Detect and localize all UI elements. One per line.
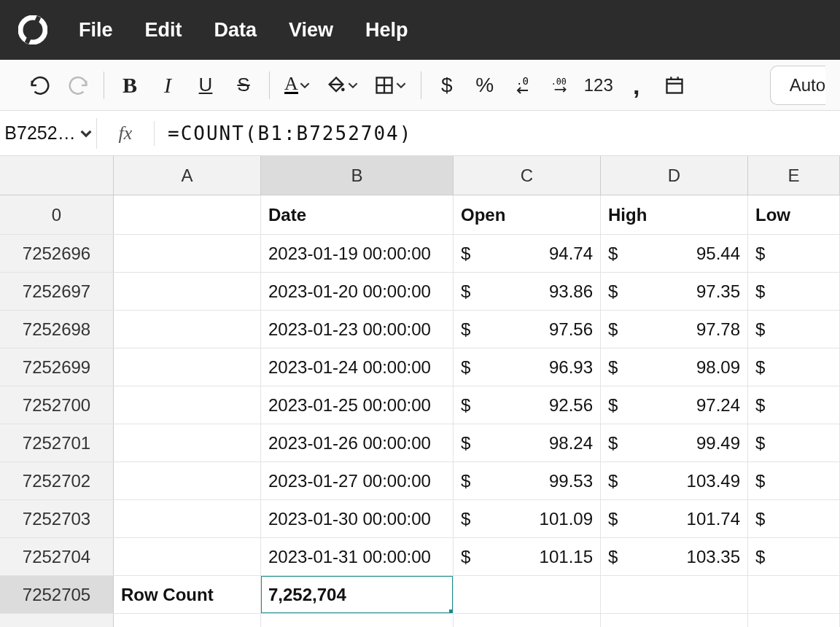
column-header-C[interactable]: C xyxy=(454,156,601,195)
auto-format-button[interactable]: Auto xyxy=(770,66,825,105)
cell[interactable] xyxy=(114,273,261,310)
cell[interactable]: $103.35 xyxy=(601,538,748,575)
cell[interactable]: 2023-01-27 00:00:00 xyxy=(261,462,454,499)
text-color-button[interactable]: A xyxy=(284,76,310,94)
cell[interactable] xyxy=(454,614,601,627)
cell[interactable] xyxy=(114,500,261,537)
cell[interactable]: $97.78 xyxy=(601,311,748,348)
underline-button[interactable]: U xyxy=(195,74,217,96)
column-header-B[interactable]: B xyxy=(261,156,454,195)
cell[interactable]: $92.56 xyxy=(454,386,601,424)
cell[interactable]: $93.86 xyxy=(454,273,601,310)
menu-view[interactable]: View xyxy=(289,19,333,42)
cell[interactable] xyxy=(748,614,840,627)
cell[interactable]: Row Count xyxy=(114,576,261,613)
cell[interactable]: $101.09 xyxy=(454,500,601,537)
cell[interactable]: $101.74 xyxy=(601,500,748,537)
row-header[interactable]: 7252703 xyxy=(0,500,114,537)
format-percent-button[interactable]: % xyxy=(474,74,496,96)
cell[interactable]: $98.09 xyxy=(601,348,748,386)
menu-edit[interactable]: Edit xyxy=(145,19,182,42)
select-all-corner[interactable] xyxy=(0,156,114,195)
cell[interactable]: 2023-01-26 00:00:00 xyxy=(261,424,454,462)
column-header-A[interactable]: A xyxy=(114,156,261,195)
menu-file[interactable]: File xyxy=(79,19,113,42)
column-header-E[interactable]: E xyxy=(748,156,840,195)
cell-reference-box[interactable]: B7252… xyxy=(0,122,96,144)
cell[interactable] xyxy=(114,235,261,272)
row-header[interactable]: 7252698 xyxy=(0,311,114,348)
cell[interactable] xyxy=(601,576,748,613)
row-header[interactable]: 7252700 xyxy=(0,386,114,424)
cell[interactable] xyxy=(114,311,261,348)
cell[interactable]: Open xyxy=(454,195,601,234)
row-header[interactable] xyxy=(0,614,114,627)
row-header[interactable]: 7252699 xyxy=(0,348,114,386)
row-header[interactable]: 7252704 xyxy=(0,538,114,575)
row-header[interactable]: 7252705 xyxy=(0,576,114,613)
cell[interactable]: $ xyxy=(748,311,840,348)
cell[interactable]: $96.93 xyxy=(454,348,601,386)
fill-color-button[interactable] xyxy=(326,75,358,96)
redo-button[interactable] xyxy=(67,74,89,96)
cell[interactable] xyxy=(114,424,261,462)
cell[interactable]: $99.53 xyxy=(454,462,601,499)
cell[interactable]: $97.56 xyxy=(454,311,601,348)
cell[interactable] xyxy=(114,386,261,424)
cell[interactable]: 2023-01-30 00:00:00 xyxy=(261,500,454,537)
cell[interactable]: $ xyxy=(748,462,840,499)
increase-decimal-button[interactable]: .00 xyxy=(550,74,572,96)
menu-data[interactable]: Data xyxy=(214,19,257,42)
selection-fill-handle[interactable] xyxy=(449,610,454,613)
cell[interactable]: $98.24 xyxy=(454,424,601,462)
cell[interactable] xyxy=(114,195,261,234)
format-separator-button[interactable]: , xyxy=(626,74,648,96)
column-header-D[interactable]: D xyxy=(601,156,748,195)
cell[interactable]: High xyxy=(601,195,748,234)
cell[interactable]: 2023-01-31 00:00:00 xyxy=(261,538,454,575)
cell[interactable]: Date xyxy=(261,195,454,234)
cell[interactable]: $ xyxy=(748,273,840,310)
cell[interactable]: $99.49 xyxy=(601,424,748,462)
cell[interactable]: $97.35 xyxy=(601,273,748,310)
formula-input[interactable]: =COUNT(B1:B7252704) xyxy=(155,122,840,144)
cell[interactable]: $ xyxy=(748,386,840,424)
cell[interactable]: $103.49 xyxy=(601,462,748,499)
cell[interactable]: $94.74 xyxy=(454,235,601,272)
cell[interactable]: $101.15 xyxy=(454,538,601,575)
row-header[interactable]: 7252701 xyxy=(0,424,114,462)
cell[interactable]: $ xyxy=(748,348,840,386)
cell[interactable] xyxy=(454,576,601,613)
italic-button[interactable]: I xyxy=(157,74,179,96)
cell[interactable] xyxy=(748,576,840,613)
cell[interactable] xyxy=(114,614,261,627)
format-currency-button[interactable]: $ xyxy=(436,74,458,96)
cell[interactable]: 2023-01-24 00:00:00 xyxy=(261,348,454,386)
cell[interactable]: $ xyxy=(748,500,840,537)
strikethrough-button[interactable]: S xyxy=(233,74,254,96)
cell[interactable]: $ xyxy=(748,424,840,462)
cell[interactable] xyxy=(114,462,261,499)
cell[interactable]: 2023-01-20 00:00:00 xyxy=(261,273,454,310)
format-number-button[interactable]: 123 xyxy=(588,74,610,96)
cell[interactable]: Low xyxy=(748,195,840,234)
cell[interactable]: $ xyxy=(748,538,840,575)
selected-cell[interactable]: 7,252,704 xyxy=(261,576,454,613)
borders-button[interactable] xyxy=(374,75,406,96)
cell[interactable] xyxy=(261,614,454,627)
cell[interactable] xyxy=(114,538,261,575)
undo-button[interactable] xyxy=(29,74,51,96)
row-header[interactable]: 7252696 xyxy=(0,235,114,272)
format-date-button[interactable] xyxy=(664,74,685,96)
decrease-decimal-button[interactable]: .0 xyxy=(512,74,534,96)
row-header[interactable]: 7252702 xyxy=(0,462,114,499)
bold-button[interactable]: B xyxy=(119,74,141,96)
cell[interactable]: $95.44 xyxy=(601,235,748,272)
cell[interactable]: 2023-01-25 00:00:00 xyxy=(261,386,454,424)
cell[interactable]: 2023-01-23 00:00:00 xyxy=(261,311,454,348)
row-header[interactable]: 7252697 xyxy=(0,273,114,310)
cell[interactable]: $ xyxy=(748,235,840,272)
row-header[interactable]: 0 xyxy=(0,195,114,234)
cell[interactable]: $97.24 xyxy=(601,386,748,424)
menu-help[interactable]: Help xyxy=(365,19,408,42)
